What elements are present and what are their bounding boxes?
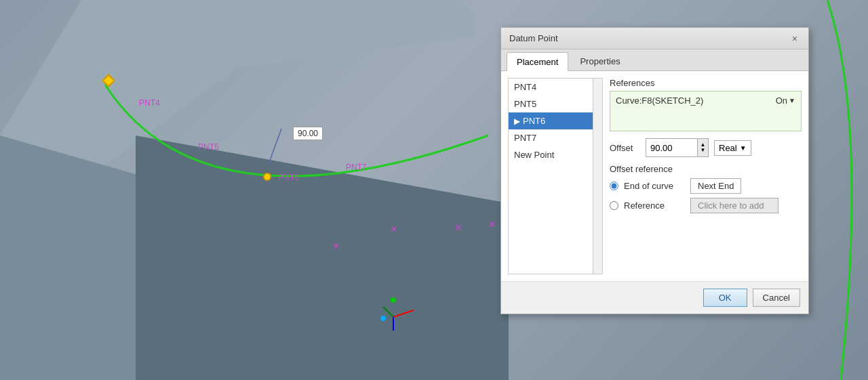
references-label: References xyxy=(610,78,802,88)
pnt4-label: PNT4 xyxy=(139,98,160,108)
dialog-titlebar: Datum Point × xyxy=(501,28,808,49)
offset-row: Offset ▲ ▼ Real ▼ xyxy=(610,138,802,157)
close-button[interactable]: × xyxy=(789,34,800,43)
offset-spin-button[interactable]: ▲ ▼ xyxy=(697,139,708,156)
cross-marker-3: ✕ xyxy=(454,222,462,233)
on-dropdown[interactable]: On ▼ xyxy=(776,96,795,106)
pnt6-dot xyxy=(263,173,271,181)
list-scrollbar[interactable] xyxy=(593,79,602,274)
next-end-button[interactable]: Next End xyxy=(690,178,741,194)
pnt4-list-label: PNT4 xyxy=(514,82,536,92)
references-box: Curve:F8(SKETCH_2) On ▼ xyxy=(610,91,802,131)
list-item-pnt6[interactable]: ▶ PNT6 xyxy=(509,112,602,129)
list-arrow-icon: ▶ xyxy=(514,117,520,126)
new-point-list-label: New Point xyxy=(514,150,554,160)
list-item-pnt4[interactable]: PNT4 xyxy=(509,79,602,96)
offset-input[interactable] xyxy=(646,141,697,155)
end-of-curve-radio-label[interactable]: End of curve xyxy=(624,181,685,191)
pnt6-label: PNT6 xyxy=(278,173,299,182)
offset-value-box: 90.00 xyxy=(293,127,323,140)
tab-properties[interactable]: Properties xyxy=(570,52,630,70)
right-panel: References Curve:F8(SKETCH_2) On ▼ Offse… xyxy=(610,78,802,274)
click-here-field[interactable]: Click here to add xyxy=(690,198,778,213)
svg-line-1 xyxy=(393,310,414,317)
pnt5-list-label: PNT5 xyxy=(514,99,536,109)
offset-label: Offset xyxy=(610,143,640,153)
dialog-footer: OK Cancel xyxy=(501,281,808,314)
on-label: On xyxy=(776,96,787,106)
on-dropdown-arrow: ▼ xyxy=(789,97,795,104)
offset-input-wrap: ▲ ▼ xyxy=(646,138,709,157)
offset-reference-label: Offset reference xyxy=(610,164,802,174)
pnt6-list-label: PNT6 xyxy=(523,116,545,126)
list-item-new-point[interactable]: New Point xyxy=(509,146,602,163)
reference-row: Reference Click here to add xyxy=(610,198,802,213)
cross-marker-2: ✕ xyxy=(390,224,398,234)
reference-radio[interactable] xyxy=(610,201,618,210)
type-dropdown[interactable]: Real ▼ xyxy=(714,140,751,156)
datum-point-dialog: Datum Point × Placement Properties PNT4 … xyxy=(500,27,809,314)
end-of-curve-radio[interactable] xyxy=(610,182,618,190)
cross-marker-1: ✕ xyxy=(332,240,340,251)
dialog-title: Datum Point xyxy=(509,33,558,43)
point-list[interactable]: PNT4 PNT5 ▶ PNT6 PNT7 New Point xyxy=(508,78,603,274)
pnt7-list-label: PNT7 xyxy=(514,133,536,143)
reference-text: Curve:F8(SKETCH_2) xyxy=(616,96,770,106)
type-dropdown-arrow: ▼ xyxy=(740,144,747,152)
end-of-curve-row: End of curve Next End xyxy=(610,178,802,194)
3d-shape-bottom xyxy=(136,135,509,380)
dialog-content: PNT4 PNT5 ▶ PNT6 PNT7 New Point Referenc… xyxy=(501,71,808,281)
spin-down-icon: ▼ xyxy=(701,148,706,153)
pnt7-label: PNT7 xyxy=(346,163,367,172)
list-item-pnt5[interactable]: PNT5 xyxy=(509,96,602,112)
svg-point-5 xyxy=(380,316,386,321)
tab-bar: Placement Properties xyxy=(501,49,808,71)
type-label: Real xyxy=(719,143,737,153)
pnt5-label: PNT5 xyxy=(198,142,219,152)
ok-button[interactable]: OK xyxy=(703,289,747,307)
cross-marker-4: ✕ xyxy=(488,219,496,230)
svg-point-4 xyxy=(391,297,396,303)
offset-reference-section: Offset reference End of curve Next End R… xyxy=(610,164,802,213)
axis-indicator xyxy=(380,293,417,333)
references-section: References Curve:F8(SKETCH_2) On ▼ xyxy=(610,78,802,131)
reference-radio-label[interactable]: Reference xyxy=(624,200,685,211)
list-item-pnt7[interactable]: PNT7 xyxy=(509,129,602,146)
svg-line-2 xyxy=(383,307,393,317)
cancel-button[interactable]: Cancel xyxy=(753,289,800,307)
tab-placement[interactable]: Placement xyxy=(507,52,568,71)
